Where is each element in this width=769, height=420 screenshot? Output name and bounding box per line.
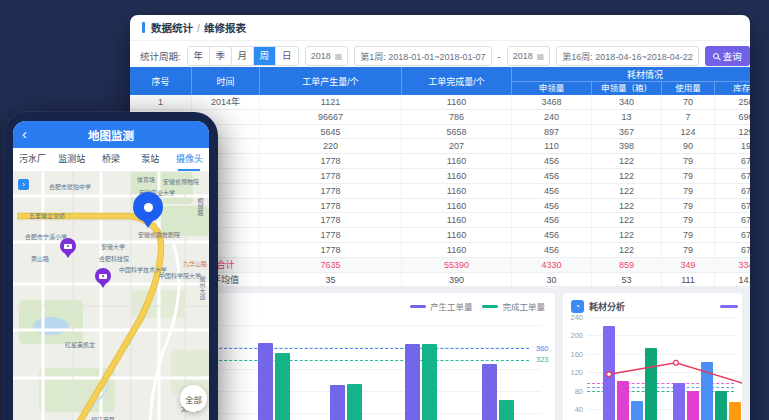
table-cell: 786 xyxy=(402,110,512,125)
table-cell: 1121 xyxy=(260,95,402,110)
breadcrumb-page: 维修报表 xyxy=(204,22,246,34)
table-cell: 5645 xyxy=(260,125,402,140)
column-group-consumables: 耗材情况 申领量申领量（箱）使用量库存量 xyxy=(512,67,750,95)
table-cell: 3468 xyxy=(512,95,592,110)
table-cell: 67 xyxy=(715,199,750,214)
table-cell: 456 xyxy=(512,154,592,169)
table-row: 12014年11211160346834070250 xyxy=(130,95,750,110)
show-all-button[interactable]: 全部 xyxy=(180,385,207,412)
table-cell: 124 xyxy=(662,125,715,140)
bar-产生工单量 xyxy=(482,364,497,420)
table-cell: 67 xyxy=(715,169,750,184)
camera-icon xyxy=(64,244,72,249)
table-cell: 79 xyxy=(662,243,715,258)
sub-column-header: 库存量 xyxy=(715,82,750,95)
segment-周[interactable]: 周 xyxy=(254,47,276,65)
table-cell: 122 xyxy=(592,243,662,258)
segment-年[interactable]: 年 xyxy=(188,47,210,65)
camera-pin[interactable] xyxy=(60,238,76,254)
legend-item[interactable]: 完成工单量 xyxy=(482,300,545,312)
table-row: 177811604561227967 xyxy=(130,199,750,214)
map-label: 黄山路 xyxy=(31,254,49,263)
gridline xyxy=(194,325,541,326)
map-label: 望江西路 xyxy=(91,415,115,420)
bar-完成工单量 xyxy=(347,384,362,420)
end-week-input[interactable]: 第16周: 2018-04-16~2018-04-22 xyxy=(556,46,698,66)
start-week-input[interactable]: 第1周: 2018-01-01~2018-01-07 xyxy=(354,46,491,66)
table-cell: 96667 xyxy=(260,110,402,125)
query-button[interactable]: 查询 xyxy=(705,46,750,66)
table-cell: 456 xyxy=(512,228,592,243)
end-week-value: 第16周: 2018-04-16~2018-04-22 xyxy=(562,50,692,63)
table-cell: 207 xyxy=(402,139,512,154)
table-cell: 55390 xyxy=(402,258,512,273)
legend-label: 产生工单量 xyxy=(430,300,473,312)
table-cell: 67 xyxy=(715,228,750,243)
map-view[interactable]: 合肥市琥珀中学体育场安徽农业大学安徽省博物院五里墩立交桥桐城路合肥市宁溪小学黄山… xyxy=(13,172,209,420)
selected-location-pin[interactable] xyxy=(133,192,163,222)
table-cell: 1160 xyxy=(402,228,512,243)
table-cell: 111 xyxy=(662,273,715,288)
start-week-value: 第1周: 2018-01-01~2018-01-07 xyxy=(360,50,485,63)
tab-污水厂[interactable]: 污水厂 xyxy=(13,148,52,171)
table-cell: 70 xyxy=(662,95,715,110)
phone-header: ‹ 地图监测 xyxy=(13,121,209,148)
tab-摄像头[interactable]: 摄像头 xyxy=(170,148,209,171)
start-year-value: 2018 xyxy=(311,51,331,61)
bar-完成工单量 xyxy=(275,353,290,420)
table-header: 序号 时间 工单产生量/个 工单完成量/个 耗材情况 申领量申领量（箱）使用量库… xyxy=(130,67,750,95)
back-icon[interactable]: ‹ xyxy=(22,121,27,148)
sub-column-header: 申领量（箱） xyxy=(592,82,662,95)
legend-item[interactable]: 产生工单量 xyxy=(410,300,473,312)
camera-icon xyxy=(99,274,107,279)
average-row: 平均值353903053111141 xyxy=(130,273,750,288)
map-label: 安徽省歌舞剧院 xyxy=(138,230,180,239)
table-row: 2202071103989019 xyxy=(130,139,750,154)
segment-月[interactable]: 月 xyxy=(232,47,254,65)
table-cell: 859 xyxy=(592,258,662,273)
breadcrumb: 数据统计/维修报表 xyxy=(130,15,750,41)
table-cell: 1160 xyxy=(402,243,512,258)
breadcrumb-section[interactable]: 数据统计 xyxy=(151,22,193,34)
calendar-icon: ▦ xyxy=(335,52,343,61)
legend-swatch xyxy=(410,305,426,308)
table-cell: 79 xyxy=(662,199,715,214)
tab-桥梁[interactable]: 桥梁 xyxy=(91,148,130,171)
segment-季[interactable]: 季 xyxy=(210,47,232,65)
camera-pin[interactable] xyxy=(95,268,111,284)
table-cell: 122 xyxy=(592,169,662,184)
sub-header-row: 申领量申领量（箱）使用量库存量 xyxy=(512,82,750,95)
workorder-legend: 产生工单量完成工单量 xyxy=(410,300,545,312)
table-cell: 456 xyxy=(512,213,592,228)
table-cell: 79 xyxy=(662,213,715,228)
report-table: 序号 时间 工单产生量/个 工单完成量/个 耗材情况 申领量申领量（箱）使用量库… xyxy=(130,67,750,287)
table-cell: 2014年 xyxy=(192,95,260,110)
expand-icon[interactable]: › xyxy=(18,179,29,190)
tab-监测站[interactable]: 监测站 xyxy=(52,148,91,171)
table-row: 177811604561227967 xyxy=(130,243,750,258)
map-label: 体育场 xyxy=(137,175,155,184)
map-label: 桐城路 xyxy=(195,198,204,216)
table-cell: 334 xyxy=(715,258,750,273)
tab-泵站[interactable]: 泵站 xyxy=(131,148,170,171)
table-cell: 897 xyxy=(512,125,592,140)
column-header-created: 工单产生量/个 xyxy=(260,67,402,95)
segment-日[interactable]: 日 xyxy=(276,47,298,65)
reference-line xyxy=(194,360,529,361)
table-cell: 53 xyxy=(592,273,662,288)
table-cell: 398 xyxy=(592,139,662,154)
bar-完成工单量 xyxy=(499,400,514,420)
period-label: 统计周期: xyxy=(140,49,181,63)
start-year-select[interactable]: 2018 ▦ xyxy=(305,46,349,66)
table-body: 12014年1121116034683407025096667786240137… xyxy=(130,95,750,287)
phone-tabs: 污水厂监测站桥梁泵站摄像头 xyxy=(13,148,209,172)
table-cell: 90 xyxy=(662,139,715,154)
end-year-select[interactable]: 2018 ▦ xyxy=(507,46,551,66)
map-label: 徽州大道 xyxy=(197,276,206,300)
table-cell: 122 xyxy=(592,184,662,199)
table-cell: 122 xyxy=(592,213,662,228)
table-cell: 122 xyxy=(592,228,662,243)
period-segment: 年季月周日 xyxy=(187,46,299,66)
bar-产生工单量 xyxy=(330,385,345,420)
table-cell: 67 xyxy=(715,213,750,228)
